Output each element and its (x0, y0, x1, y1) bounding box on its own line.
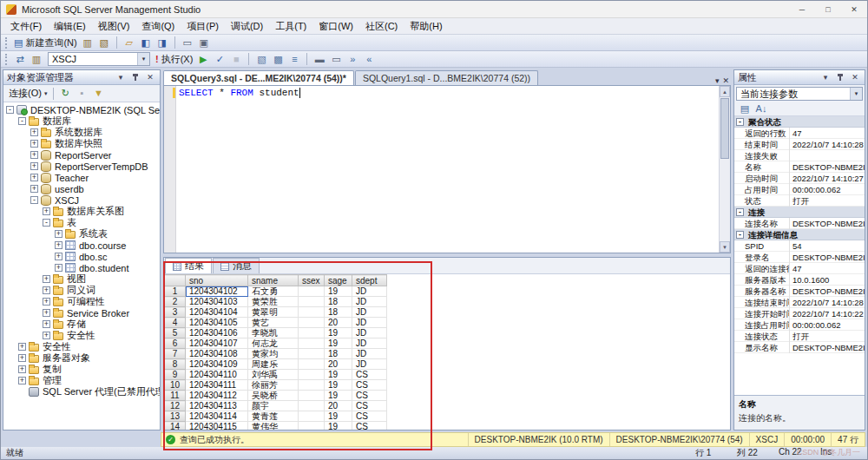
collapse-icon[interactable]: - (736, 118, 744, 126)
expand-icon[interactable]: + (55, 264, 62, 272)
grid-cell[interactable]: CS (352, 401, 387, 411)
close-button[interactable]: ✕ (841, 1, 867, 17)
column-header[interactable]: sname (248, 275, 299, 286)
property-row[interactable]: 结束时间2022/10/7 14:10:28 (734, 139, 865, 150)
collapse-icon[interactable]: - (736, 208, 744, 216)
grid-cell[interactable]: 1204304104 (186, 307, 248, 318)
save-all-button[interactable]: ◨ (155, 36, 170, 50)
parse-button[interactable]: ✓ (212, 52, 227, 67)
sql-editor[interactable]: SELECT * FROM student ▲ ▼ (163, 85, 731, 253)
results-tab[interactable]: 结果 (165, 258, 212, 273)
grid-cell[interactable]: 1204304106 (186, 328, 248, 338)
row-number-cell[interactable]: 13 (165, 411, 186, 422)
categorized-button[interactable]: ▤ (737, 102, 753, 116)
column-header[interactable]: sage (325, 275, 352, 286)
tree-item[interactable]: +数据库关系图 (3, 206, 160, 217)
expand-icon[interactable]: + (30, 174, 38, 181)
grid-cell[interactable] (299, 380, 325, 391)
grid-cell[interactable] (299, 297, 325, 307)
estimated-plan-button[interactable]: ▧ (253, 52, 269, 67)
row-number-cell[interactable]: 11 (165, 391, 186, 401)
expand-icon[interactable]: + (30, 151, 38, 159)
expand-icon[interactable]: + (55, 230, 62, 238)
column-header[interactable]: ssex (299, 275, 325, 286)
grid-cell[interactable]: 黄荣胜 (248, 297, 299, 307)
grid-cell[interactable]: 吴晓桥 (248, 391, 299, 401)
chevron-down-icon[interactable]: ▾ (850, 88, 862, 100)
row-number-cell[interactable]: 1 (165, 286, 186, 297)
menu-item[interactable]: 文件(F) (4, 18, 48, 35)
row-number-cell[interactable]: 6 (165, 338, 186, 349)
minimize-button[interactable]: ─ (789, 1, 815, 17)
property-section[interactable]: -聚合状态 (734, 116, 865, 128)
maximize-button[interactable]: □ (815, 1, 841, 17)
property-row[interactable]: 显示名称DESKTOP-NBME2IK (734, 342, 865, 353)
grid-cell[interactable]: CS (352, 370, 387, 380)
grid-cell[interactable] (299, 370, 325, 380)
chevron-down-icon[interactable]: ▾ (115, 72, 127, 83)
chevron-down-icon[interactable]: ▾ (137, 53, 149, 65)
toolbar-grip[interactable] (5, 54, 9, 65)
grid-cell[interactable]: 19 (325, 380, 352, 391)
expand-icon[interactable]: + (30, 140, 38, 148)
column-header[interactable]: sno (186, 275, 248, 286)
grid-cell[interactable]: 石文勇 (248, 286, 299, 297)
menu-item[interactable]: 工具(T) (269, 18, 312, 35)
grid-cell[interactable]: 19 (325, 391, 352, 401)
grid-cell[interactable]: 徐丽芳 (248, 380, 299, 391)
scrollbar-thumb[interactable] (720, 98, 729, 159)
oe-refresh-button[interactable]: ↻ (57, 86, 73, 101)
grid-cell[interactable]: 1204304105 (186, 318, 248, 328)
grid-cell[interactable]: 1204304115 (186, 422, 248, 430)
grid-cell[interactable]: 20 (325, 318, 352, 328)
expand-icon[interactable]: + (43, 286, 50, 294)
grid-cell[interactable] (299, 307, 325, 318)
close-icon[interactable]: ✕ (144, 72, 156, 83)
grid-cell[interactable] (299, 411, 325, 422)
grid-cell[interactable]: 18 (325, 349, 352, 359)
connect-button[interactable]: ⇄ (12, 52, 28, 67)
grid-cell[interactable]: 18 (325, 307, 352, 318)
property-row[interactable]: 连接失败 (734, 150, 865, 161)
grid-cell[interactable]: 19 (325, 286, 352, 297)
grid-cell[interactable]: 1204304114 (186, 411, 248, 422)
tree-item[interactable]: +数据库快照 (3, 138, 160, 149)
grid-cell[interactable]: 1204304103 (186, 297, 248, 307)
grid-cell[interactable]: 黄家均 (248, 349, 299, 359)
pin-icon[interactable] (834, 72, 846, 83)
expand-icon[interactable]: + (43, 332, 50, 339)
grid-cell[interactable]: 1204304111 (186, 380, 248, 391)
grid-cell[interactable]: 1204304109 (186, 359, 248, 370)
scroll-down-icon[interactable]: ▼ (720, 241, 730, 253)
pin-icon[interactable] (129, 72, 141, 83)
intellisense-button[interactable]: ≡ (286, 52, 302, 67)
database-engine-query-button[interactable]: ▥ (80, 36, 95, 50)
grid-cell[interactable]: 19 (325, 411, 352, 422)
expand-icon[interactable]: + (55, 253, 62, 260)
row-number-cell[interactable]: 8 (165, 359, 186, 370)
menu-item[interactable]: 查询(Q) (135, 18, 181, 35)
grid-cell[interactable]: JD (352, 307, 387, 318)
grid-cell[interactable]: 1204304112 (186, 391, 248, 401)
editor-tab[interactable]: SQLQuery1.sql - D...BME2IK\20774 (52)) (355, 70, 538, 85)
property-row[interactable]: 连接状态打开 (734, 331, 865, 342)
expand-icon[interactable]: + (30, 162, 38, 170)
tree-item[interactable]: +ReportServer (3, 149, 160, 161)
property-section[interactable]: -连接 (734, 207, 865, 218)
grid-cell[interactable]: 黄青莲 (248, 411, 299, 422)
grid-corner-cell[interactable] (165, 275, 186, 286)
grid-cell[interactable]: 1204304108 (186, 349, 248, 359)
grid-cell[interactable]: JD (352, 318, 387, 328)
grid-cell[interactable]: 1204304110 (186, 370, 248, 380)
expand-icon[interactable]: + (18, 377, 26, 384)
grid-cell[interactable]: JD (352, 338, 387, 349)
property-row[interactable]: 占用时间00:00:00.062 (734, 184, 865, 195)
tree-item[interactable]: +userdb (3, 183, 160, 194)
menu-item[interactable]: 窗口(W) (312, 18, 359, 35)
grid-cell[interactable]: JD (352, 359, 387, 370)
menu-item[interactable]: 视图(V) (92, 18, 136, 35)
alphabetical-button[interactable]: A↓ (753, 102, 769, 116)
scroll-up-icon[interactable]: ▲ (720, 86, 730, 97)
property-row[interactable]: 连接占用时间00:00:00.062 (734, 319, 865, 331)
row-number-cell[interactable]: 5 (165, 328, 186, 338)
